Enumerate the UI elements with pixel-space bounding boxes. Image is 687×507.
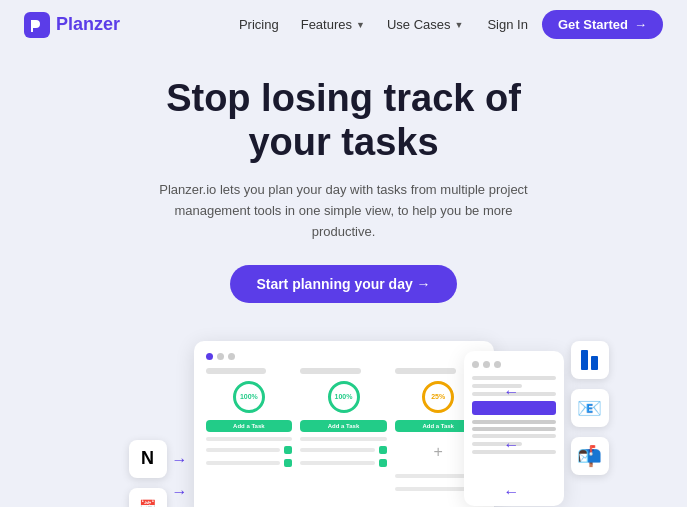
logo[interactable]: Planzer: [24, 12, 120, 38]
arrow-trello-icon: →: [503, 383, 519, 401]
task-row-2b: [300, 446, 387, 454]
task-row-2c: [300, 459, 387, 467]
get-started-button[interactable]: Get Started →: [542, 10, 663, 39]
hero-section: Stop losing track of your tasks Planzer.…: [0, 49, 687, 323]
task-row-1b: [206, 446, 293, 454]
trello-icon: [581, 350, 598, 370]
panel-line-1: [472, 376, 556, 380]
panel-highlight: [472, 401, 556, 415]
panel-dot-3: [494, 361, 501, 368]
task-row-1a: [206, 437, 293, 441]
col-header-3: [395, 368, 456, 374]
features-chevron-icon: ▼: [356, 20, 365, 30]
logo-icon: [24, 12, 50, 38]
nav-actions: Sign In Get Started →: [487, 10, 663, 39]
task-row-1c: [206, 459, 293, 467]
notion-icon: N: [141, 448, 154, 469]
arrow-notion-icon: →: [172, 451, 188, 469]
navbar: Planzer Pricing Features ▼ Use Cases ▼ S…: [0, 0, 687, 49]
nav-use-cases[interactable]: Use Cases ▼: [387, 17, 464, 32]
arrow-calendar-icon: →: [172, 483, 188, 501]
panel-dot-1: [472, 361, 479, 368]
outlook-icon-card-1: 📧: [571, 389, 609, 427]
check-1: [284, 446, 292, 454]
card-dots: [206, 353, 482, 360]
progress-circle-1: 100%: [233, 381, 265, 413]
hero-description: Planzer.io lets you plan your day with t…: [144, 180, 544, 242]
notion-icon-card: N: [129, 440, 167, 478]
panel-dot-2: [483, 361, 490, 368]
check-3: [379, 446, 387, 454]
nav-pricing[interactable]: Pricing: [239, 17, 279, 32]
arrow-right-icon: →: [634, 17, 647, 32]
app-icons-right: 📧 📬: [571, 341, 609, 475]
panel-dots: [472, 361, 556, 368]
calendar-icon: 📅: [139, 499, 156, 507]
dot-inactive-2: [228, 353, 235, 360]
progress-circle-2: 100%: [328, 381, 360, 413]
logo-text: Planzer: [56, 14, 120, 35]
nav-links: Pricing Features ▼ Use Cases ▼: [239, 17, 463, 32]
main-dashboard-card: 100% Add a Task 100% Add a Task: [194, 341, 494, 507]
illustration-area: N 📅 → → 100% Add a Task: [74, 341, 614, 507]
task-col-1: 100% Add a Task: [206, 368, 293, 493]
task-col-2: 100% Add a Task: [300, 368, 387, 493]
outlook-icon-1: 📧: [577, 396, 602, 420]
arrow-outlook1-icon: →: [503, 436, 519, 454]
task-columns: 100% Add a Task 100% Add a Task: [206, 368, 482, 493]
trello-icon-card: [571, 341, 609, 379]
bottom-left-apps: N 📅: [129, 440, 167, 507]
dot-active: [206, 353, 213, 360]
arrow-outlook2-icon: →: [503, 483, 519, 501]
check-2: [284, 459, 292, 467]
google-calendar-icon-card: 📅: [129, 488, 167, 507]
outlook-icon-card-2: 📬: [571, 437, 609, 475]
hero-headline: Stop losing track of your tasks: [40, 77, 647, 164]
outlook-icon-2: 📬: [577, 444, 602, 468]
task-row-2a: [300, 437, 387, 441]
progress-circle-3: 25%: [422, 381, 454, 413]
col-header-2: [300, 368, 361, 374]
sign-in-link[interactable]: Sign In: [487, 17, 527, 32]
panel-dark-2: [472, 427, 556, 431]
plus-icon: +: [434, 443, 443, 461]
add-task-btn-2[interactable]: Add a Task: [300, 420, 387, 432]
nav-features[interactable]: Features ▼: [301, 17, 365, 32]
col-header-1: [206, 368, 267, 374]
cta-button[interactable]: Start planning your day →: [230, 265, 456, 303]
panel-dark-1: [472, 420, 556, 424]
use-cases-chevron-icon: ▼: [455, 20, 464, 30]
dot-inactive-1: [217, 353, 224, 360]
add-task-btn-1[interactable]: Add a Task: [206, 420, 293, 432]
check-4: [379, 459, 387, 467]
